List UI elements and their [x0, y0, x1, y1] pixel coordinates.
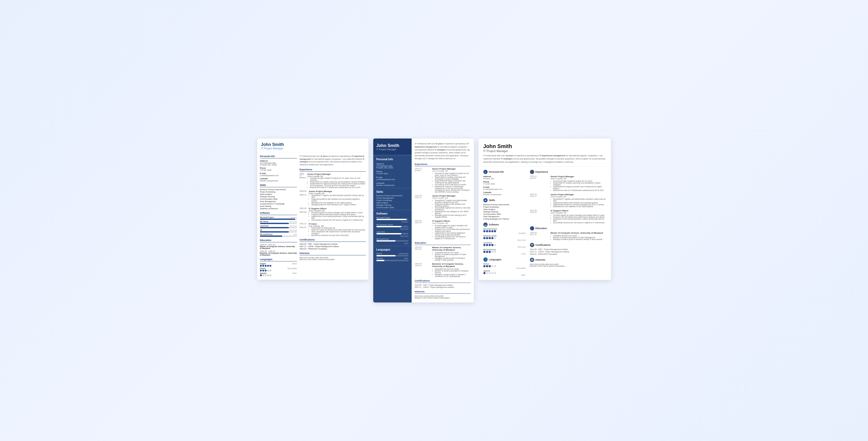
dot	[484, 230, 486, 232]
dot-empty	[491, 265, 493, 267]
card1-personal-title: Personal Info	[260, 155, 297, 158]
skill-4: Strategic Planning	[260, 196, 297, 198]
dot-empty	[270, 274, 271, 276]
card1-linkedin-label: LinkedIn	[260, 177, 297, 180]
sw-microsoft-project: Microsoft ProjectExcellent	[260, 216, 297, 220]
card2-exp1-detail: Senior Project Manager Seton Hospital, M…	[432, 168, 471, 193]
card1-email: j.smith@uptowork.com	[260, 175, 297, 176]
exp-icon: 💼	[530, 170, 534, 174]
interests-icon: ⚽	[530, 258, 534, 262]
card3-software-title: 💻 Software	[484, 223, 526, 227]
card3-edu-1: 1996-09 -2001-05 Master of Computer Scie…	[530, 232, 606, 240]
card2-lang-german: GermanBasic	[373, 257, 412, 262]
exp2-company: Seton Hospital, ME	[309, 193, 366, 195]
card2-exp-title: Experience	[415, 163, 471, 166]
card3-exp1-title: Senior Project Manager	[551, 175, 606, 178]
dot	[270, 265, 271, 267]
card3-name: John Smith	[484, 143, 606, 149]
card3-skill-3: Sales Analysis	[484, 208, 526, 210]
card2-name-section: John Smith IT Project Manager	[373, 139, 412, 154]
dot	[486, 230, 488, 232]
dot-empty	[491, 272, 493, 274]
card1-skills-title: Skills	[260, 184, 297, 187]
dot	[262, 265, 264, 267]
dot-empty	[494, 244, 496, 246]
card2-exp3-bullets: Provided support for project managers an…	[432, 225, 471, 239]
dot-empty	[265, 274, 267, 276]
dot	[489, 251, 491, 253]
card3-linkedin: linkedin.com/johnsutw	[484, 194, 526, 196]
card3-exp1-company: Seton Hospital, ME	[551, 178, 606, 180]
card2-sw-1: Microsoft Project Excellent	[373, 216, 412, 223]
card2-exp-1: 2006-12 -present Senior Project Manager …	[415, 168, 471, 193]
card3-certs-title: 🏆 Certifications	[530, 243, 606, 247]
languages-icon: 🌐	[484, 258, 488, 262]
card3-exp-2: 2004-09 -2006-12 Junior Project Manager …	[530, 193, 606, 207]
exp3-company: Seton Hospital, ME	[309, 210, 366, 212]
dot-empty	[262, 274, 264, 276]
card3-edu1-degree: Master of Computer Science, University o…	[551, 232, 603, 234]
card2-skill-1: Business Process Improvement	[373, 195, 412, 197]
lang-french: FrenchIntermediate	[260, 267, 297, 271]
card1-right: IT Professional with over 10 years of ex…	[300, 155, 366, 277]
card3-exp1-detail: Senior Project Manager Seton Hospital, M…	[551, 175, 606, 191]
card3-exp2-company: Seton Hospital, ME	[551, 196, 606, 198]
sw-excel: Microsoft ExcelGood	[260, 233, 297, 237]
card2-skill-2: Vendor Management	[373, 197, 412, 199]
card2-personal-title: Personal Info	[373, 155, 412, 162]
card2-summary: IT Professional with over 10 years of ex…	[415, 142, 471, 160]
dot-empty	[270, 270, 271, 271]
software-icon: 💻	[484, 223, 488, 227]
card1-left: Personal Info Address 134 Rightward WayP…	[260, 155, 297, 277]
dot	[262, 270, 264, 271]
card2-edu1-bullets: Graduated Summa Cum Laude. Member of Stu…	[432, 252, 471, 261]
card2-edu2-date: 1996-09 -1999-06	[415, 263, 431, 277]
dot	[484, 237, 486, 239]
dot-empty	[267, 270, 269, 271]
card2-exp1-date: 2006-12 -present	[415, 168, 431, 193]
card2-exp-3: 2002-08 -2004-09 IT Support Officer Seto…	[415, 220, 471, 239]
card2-interests: Avid cross country skier and cyclist.Mem…	[415, 295, 471, 299]
lang-spanish: SpanishBasic	[260, 272, 297, 276]
cert1: 2010-05 PMP - Project Management Institu…	[300, 243, 366, 245]
dot	[491, 230, 493, 232]
exp-item-4: 2001-10 - 2002-07 IT Intern Fast Softwar…	[300, 223, 366, 236]
card3-exp2-row: 2004-09 -2006-12 Junior Project Manager …	[530, 193, 606, 207]
card2-exp2-bullets: Streamlined IT logistics and administrat…	[432, 200, 471, 218]
exp-item-1: 2006-12 - present Senior Project Manager…	[300, 173, 366, 188]
lang-english: EnglishNative	[260, 263, 297, 267]
card1-name: John Smith	[261, 142, 365, 147]
dot	[260, 265, 262, 267]
card2-edu2-detail: Bachelor of Computer Science, University…	[432, 263, 471, 277]
card1-email-label: E-mail	[260, 172, 297, 175]
card3-languages-title: 🌐 Languages	[484, 258, 526, 262]
card1-body: Personal Info Address 134 Rightward WayP…	[257, 152, 369, 280]
dot	[489, 230, 491, 232]
exp2-date2: 2006-12	[300, 194, 307, 196]
exp4-date: 2001-10 -	[300, 223, 307, 227]
card3-linkedin-label: LinkedIn	[484, 191, 526, 194]
exp1-company: Seton Hospital, ME	[307, 175, 366, 177]
card3-exp3-row: 2002-08 -2004-09 IT Support Officer Seto…	[530, 209, 606, 224]
card2-main: IT Professional with over 10 years of ex…	[412, 139, 474, 302]
card2-exp2-company: Seton Hospital, ME	[432, 197, 471, 199]
card3-sw-1: Microsoft Project Excellent	[484, 228, 526, 234]
card2-exp2-detail: Junior Project Manager Seton Hospital, M…	[432, 195, 471, 218]
dot-empty	[491, 251, 493, 253]
card3-lang-spanish: Spanish Basic	[484, 270, 526, 276]
card3-sw-2: Windows Server Very Good	[484, 235, 526, 241]
card3-interests-title: ⚽ Interests	[530, 258, 606, 262]
card3-skills-title: ★ Skills	[484, 198, 526, 202]
resume-card-2: John Smith IT Project Manager Personal I…	[373, 139, 474, 302]
dot-empty	[494, 251, 496, 253]
card2-exp1-title: Senior Project Manager	[432, 168, 471, 170]
card3-title: IT Project Manager	[484, 149, 606, 152]
exp1-date2: present	[300, 177, 306, 178]
card3-exp2-title: Junior Project Manager	[551, 193, 606, 196]
card1-education-title: Education	[260, 239, 297, 242]
card3-skill-5: Communication Skills	[484, 213, 526, 215]
card2-skill-4: Sales Analysis	[373, 202, 412, 204]
sw-linux: Linux/UnixVery Good	[260, 225, 297, 228]
card3-email-label: E-mail	[484, 186, 526, 188]
card2-sw-4: Microsoft Excel Good	[373, 238, 412, 245]
